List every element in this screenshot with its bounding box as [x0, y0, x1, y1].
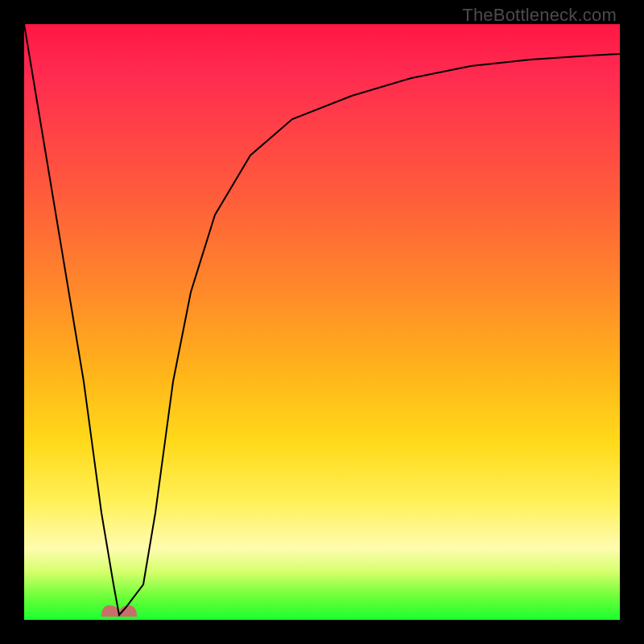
curve-svg — [24, 24, 620, 620]
bottleneck-curve — [24, 24, 620, 615]
chart-frame: TheBottleneck.com — [0, 0, 644, 644]
watermark-text: TheBottleneck.com — [462, 5, 617, 26]
plot-area — [24, 24, 620, 620]
